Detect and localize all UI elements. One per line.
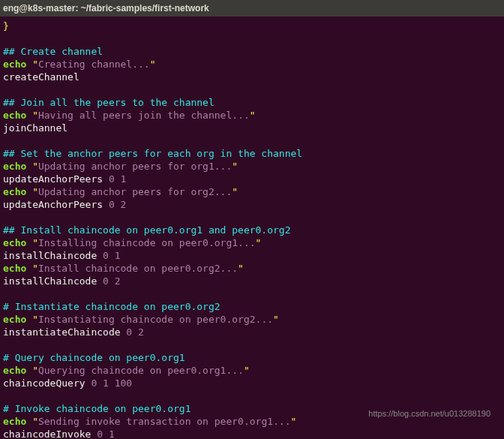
echo-keyword: echo [3, 59, 26, 70]
quote: " [244, 365, 250, 376]
quote: " [26, 186, 38, 197]
cmd-join-channel: joinChannel [3, 122, 68, 134]
cmd-update-anchor-2: updateAnchorPeers [3, 199, 103, 210]
string-install-org1: Installing chaincode on peer0.org1... [38, 237, 256, 248]
echo-keyword: echo [3, 314, 26, 325]
string-anchor-org2: Updating anchor peers for org2... [38, 186, 232, 197]
args: 0 1 100 [86, 377, 133, 389]
comment-join-peers: ## Join all the peers to the channel [3, 97, 214, 108]
terminal-titlebar: eng@k8s-master: ~/fabric-samples/first-n… [0, 0, 504, 17]
args: 0 1 [97, 250, 120, 261]
echo-keyword: echo [3, 416, 26, 427]
cmd-chaincode-query: chaincodeQuery [3, 377, 86, 389]
string-creating-channel: Creating channel... [38, 59, 150, 70]
comment-instantiate: # Instantiate chaincode on peer0.org2 [3, 301, 220, 312]
string-anchor-org1: Updating anchor peers for org1... [38, 161, 232, 172]
quote: " [291, 416, 297, 427]
cmd-instantiate: instantiateChaincode [3, 326, 121, 338]
quote: " [256, 237, 262, 248]
echo-keyword: echo [3, 237, 26, 248]
string-query: Querying chaincode on peer0.org1... [38, 365, 244, 376]
quote: " [232, 161, 238, 172]
quote: " [26, 237, 38, 248]
echo-keyword: echo [3, 110, 26, 121]
cmd-install-chaincode-1: installChaincode [3, 250, 97, 261]
args: 0 1 [103, 173, 126, 185]
cmd-create-channel: createChannel [3, 71, 80, 83]
quote: " [273, 314, 279, 325]
quote: " [238, 263, 244, 274]
comment-invoke: # Invoke chaincode on peer0.org1 [3, 403, 190, 414]
string-invoke: Sending invoke transaction on peer0.org1… [38, 416, 291, 427]
comment-install-chaincode: ## Install chaincode on peer0.org1 and p… [3, 224, 291, 236]
quote: " [150, 59, 156, 70]
comment-query: # Query chaincode on peer0.org1 [3, 352, 185, 363]
args: 0 2 [121, 326, 144, 338]
args: 0 2 [97, 275, 120, 287]
string-instantiate: Instantiating chaincode on peer0.org2... [38, 314, 273, 325]
cmd-install-chaincode-2: installChaincode [3, 275, 97, 287]
echo-keyword: echo [3, 161, 26, 172]
echo-keyword: echo [3, 263, 26, 274]
quote: " [232, 186, 238, 197]
quote: " [26, 110, 38, 121]
code-brace: } [3, 20, 9, 32]
quote: " [26, 365, 38, 376]
quote: " [26, 314, 38, 325]
comment-create-channel: ## Create channel [3, 46, 103, 57]
comment-anchor-peers: ## Set the anchor peers for each org in … [3, 148, 302, 159]
args: 0 2 [103, 199, 126, 210]
string-install-org2: Install chaincode on peer0.org2... [38, 263, 238, 274]
cmd-update-anchor-1: updateAnchorPeers [3, 173, 103, 185]
quote: " [250, 110, 256, 121]
watermark: https://blog.csdn.net/u013288190 [368, 409, 490, 418]
cmd-chaincode-invoke: chaincodeInvoke [3, 428, 91, 439]
quote: " [26, 263, 38, 274]
quote: " [26, 416, 38, 427]
terminal-content: } ## Create channel echo "Creating chann… [0, 17, 504, 439]
args: 0 1 [91, 428, 114, 439]
echo-keyword: echo [3, 186, 26, 197]
echo-keyword: echo [3, 365, 26, 376]
quote: " [26, 59, 38, 70]
string-join-channel: Having all peers join the channel... [38, 110, 250, 121]
quote: " [26, 161, 38, 172]
